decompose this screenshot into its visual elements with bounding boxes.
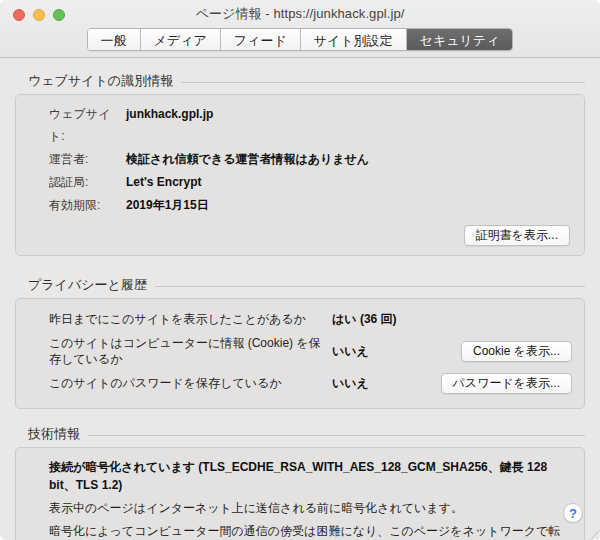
tab-media[interactable]: メディア (141, 29, 221, 50)
owner-field-label: 運営者: (49, 148, 126, 170)
website-field-value: junkhack.gpl.jp (126, 103, 570, 147)
identity-footer: 証明書を表示... (49, 225, 570, 246)
technical-section-title: 技術情報 (28, 425, 80, 443)
identity-section-title: ウェブサイトの識別情報 (28, 72, 173, 90)
history-row: 昨日までにこのサイトを表示したことがあるか はい (36 回) (49, 306, 572, 332)
privacy-section-title: プライバシーと履歴 (28, 276, 147, 294)
close-window-icon[interactable] (13, 9, 25, 21)
identity-groupbox: ウェブサイト: junkhack.gpl.jp 運営者: 検証され信頼できる運営… (15, 94, 585, 256)
tab-general[interactable]: 一般 (88, 29, 141, 50)
window-chrome: ページ情報 - https://junkhack.gpl.jp/ 一般 メディア… (0, 0, 600, 58)
window-title: ページ情報 - https://junkhack.gpl.jp/ (196, 5, 405, 23)
verifier-field-value: Let's Encrypt (126, 171, 570, 193)
technical-section-header: 技術情報 (28, 425, 585, 443)
website-field-label: ウェブサイト: (49, 103, 126, 147)
section-divider (88, 435, 585, 436)
view-certificate-button[interactable]: 証明書を表示... (464, 225, 570, 246)
privacy-groupbox: 昨日までにこのサイトを表示したことがあるか はい (36 回) このサイトはコン… (15, 298, 585, 409)
cookies-answer-value: いいえ (332, 343, 460, 360)
privacy-section-header: プライバシーと履歴 (28, 276, 585, 294)
expires-field-value: 2019年1月15日 (126, 194, 570, 216)
view-passwords-button[interactable]: パスワードを表示... (441, 373, 572, 394)
zoom-window-icon[interactable] (53, 9, 65, 21)
traffic-lights (13, 9, 65, 21)
passwords-button-cell: パスワードを表示... (460, 373, 572, 394)
encryption-status-heading: 接続が暗号化されています (TLS_ECDHE_RSA_WITH_AES_128… (49, 458, 570, 494)
section-divider (181, 82, 585, 83)
encryption-description-2: 暗号化によってコンピューター間の通信の傍受は困難になり、このページをネットワーク… (49, 522, 570, 540)
passwords-question-label: このサイトのパスワードを保存しているか (49, 372, 332, 394)
history-answer-value: はい (36 回) (332, 311, 460, 328)
tab-segmented-control: 一般 メディア フィード サイト別設定 セキュリティ (87, 28, 514, 51)
cookies-row: このサイトはコンピューターに情報 (Cookie) を保存しているか いいえ C… (49, 332, 572, 370)
passwords-row: このサイトのパスワードを保存しているか いいえ パスワードを表示... (49, 370, 572, 396)
question-mark-icon: ? (569, 506, 577, 521)
cookies-button-cell: Cookie を表示... (460, 341, 572, 362)
titlebar[interactable]: ページ情報 - https://junkhack.gpl.jp/ (0, 0, 600, 28)
page-info-window: ページ情報 - https://junkhack.gpl.jp/ 一般 メディア… (0, 0, 600, 540)
encryption-description-1: 表示中のページはインターネット上に送信される前に暗号化されています。 (49, 499, 570, 518)
minimize-window-icon[interactable] (33, 9, 45, 21)
tab-feeds[interactable]: フィード (221, 29, 301, 50)
tab-permissions[interactable]: サイト別設定 (301, 29, 407, 50)
expires-field-label: 有効期限: (49, 194, 126, 216)
security-panel: ウェブサイトの識別情報 ウェブサイト: junkhack.gpl.jp 運営者:… (0, 58, 600, 540)
history-question-label: 昨日までにこのサイトを表示したことがあるか (49, 308, 332, 330)
identity-section-header: ウェブサイトの識別情報 (28, 72, 585, 90)
identity-fields: ウェブサイト: junkhack.gpl.jp 運営者: 検証され信頼できる運営… (49, 103, 570, 216)
view-cookies-button[interactable]: Cookie を表示... (461, 341, 572, 362)
verifier-field-label: 認証局: (49, 171, 126, 193)
tab-bar: 一般 メディア フィード サイト別設定 セキュリティ (0, 28, 600, 57)
help-button[interactable]: ? (563, 503, 583, 523)
cookies-question-label: このサイトはコンピューターに情報 (Cookie) を保存しているか (49, 332, 332, 370)
section-divider (155, 286, 585, 287)
technical-groupbox: 接続が暗号化されています (TLS_ECDHE_RSA_WITH_AES_128… (15, 447, 585, 540)
tab-security[interactable]: セキュリティ (407, 29, 513, 50)
owner-field-value: 検証され信頼できる運営者情報はありません (126, 148, 570, 170)
